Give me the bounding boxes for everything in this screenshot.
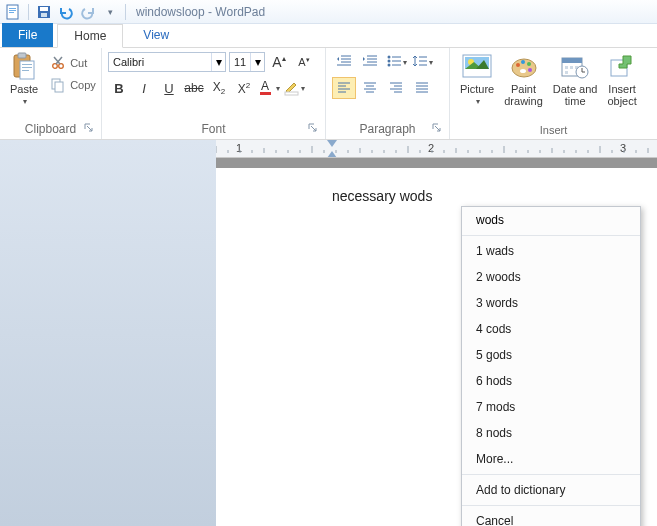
svg-point-34	[387, 63, 390, 66]
ribbon: Paste ▾ Cut Copy Clipboard Cal	[0, 48, 657, 140]
save-icon[interactable]	[35, 3, 53, 21]
clipboard-launcher-icon[interactable]	[83, 122, 95, 134]
ruler[interactable]: 1 2 3	[216, 140, 657, 158]
align-right-button[interactable]	[384, 77, 408, 99]
redo-icon[interactable]	[79, 3, 97, 21]
strikethrough-button[interactable]: abc	[183, 77, 205, 99]
svg-point-62	[528, 68, 532, 72]
superscript-button[interactable]: X2	[233, 77, 255, 99]
ctx-add-to-dictionary[interactable]: Add to dictionary	[462, 477, 640, 503]
decrease-indent-button[interactable]	[332, 51, 356, 73]
justify-button[interactable]	[410, 77, 434, 99]
workspace: 1 2 3 necessary wods wods 1 wads2 woods3…	[0, 140, 657, 526]
font-color-button[interactable]: A▾	[258, 77, 280, 99]
paste-button[interactable]: Paste ▾	[6, 51, 42, 108]
picture-label: Picture	[460, 83, 494, 95]
line-spacing-icon	[412, 54, 428, 71]
svg-point-63	[520, 69, 526, 73]
palette-icon	[510, 53, 538, 81]
title-bar: ▾ windowsloop - WordPad	[0, 0, 657, 24]
clipboard-paste-icon	[10, 53, 38, 81]
align-right-icon	[389, 81, 403, 96]
ctx-separator	[462, 505, 640, 506]
group-clipboard: Paste ▾ Cut Copy Clipboard	[0, 48, 102, 139]
chevron-down-icon: ▾	[250, 53, 264, 71]
svg-rect-11	[22, 67, 32, 68]
italic-button[interactable]: I	[133, 77, 155, 99]
font-name-value: Calibri	[109, 56, 148, 68]
insert-picture-button[interactable]: Picture ▾	[456, 51, 498, 108]
spellcheck-context-menu: wods 1 wads2 woods3 words4 cods5 gods6 h…	[461, 206, 641, 526]
paint-drawing-label: Paint drawing	[504, 83, 543, 107]
align-center-button[interactable]	[358, 77, 382, 99]
qat-customize-chevron-icon[interactable]: ▾	[101, 3, 119, 21]
increase-indent-button[interactable]	[358, 51, 382, 73]
tab-view-label: View	[143, 28, 169, 42]
ctx-suggestion[interactable]: 3 words	[462, 290, 640, 316]
line-spacing-button[interactable]: ▾	[410, 51, 434, 73]
subscript-button[interactable]: X2	[208, 77, 230, 99]
picture-chevron-icon: ▾	[476, 97, 480, 106]
document-text[interactable]: necessary wods	[332, 188, 432, 204]
font-color-icon: A	[259, 79, 275, 98]
svg-rect-21	[285, 92, 298, 95]
group-paragraph-label: Paragraph	[332, 120, 443, 139]
align-left-icon	[337, 81, 351, 96]
bold-button[interactable]: B	[108, 77, 130, 99]
indent-icon	[362, 54, 378, 71]
calendar-clock-icon	[561, 53, 589, 81]
align-left-button[interactable]	[332, 77, 356, 99]
highlight-button[interactable]: ▾	[283, 77, 305, 99]
svg-text:A: A	[261, 79, 269, 93]
cut-label: Cut	[70, 57, 87, 69]
insert-date-time-button[interactable]: Date and time	[549, 51, 602, 109]
justify-icon	[415, 81, 429, 96]
bullets-button[interactable]: ▾	[384, 51, 408, 73]
svg-rect-6	[41, 13, 47, 17]
undo-icon[interactable]	[57, 3, 75, 21]
ctx-suggestion[interactable]: 5 gods	[462, 342, 640, 368]
ctx-separator	[462, 235, 640, 236]
window-title: windowsloop - WordPad	[136, 5, 265, 19]
insert-object-icon	[608, 53, 636, 81]
insert-object-label: Insert object	[607, 83, 636, 107]
font-launcher-icon[interactable]	[307, 122, 319, 134]
superscript-icon: X2	[238, 81, 250, 96]
ctx-suggestion[interactable]: 8 nods	[462, 420, 640, 446]
ctx-suggestion[interactable]: 6 hods	[462, 368, 640, 394]
app-icon[interactable]	[4, 3, 22, 21]
paragraph-launcher-icon[interactable]	[431, 122, 443, 134]
highlight-icon	[284, 79, 300, 98]
group-font: Calibri ▾ 11 ▾ A▴ A▾ B I U abc	[102, 48, 326, 139]
shrink-font-icon: A▾	[298, 56, 309, 68]
chevron-down-icon: ▾	[211, 53, 225, 71]
ctx-suggestion[interactable]: 1 wads	[462, 238, 640, 264]
font-size-combo[interactable]: 11 ▾	[229, 52, 265, 72]
tab-file[interactable]: File	[2, 23, 53, 47]
grow-font-button[interactable]: A▴	[268, 51, 290, 73]
font-name-combo[interactable]: Calibri ▾	[108, 52, 226, 72]
ctx-suggestion[interactable]: 4 cods	[462, 316, 640, 342]
group-paragraph: ▾ ▾ Paragraph	[326, 48, 450, 139]
tab-view[interactable]: View	[127, 23, 185, 47]
svg-point-59	[516, 63, 520, 67]
shrink-font-button[interactable]: A▾	[293, 51, 315, 73]
ctx-suggestion[interactable]: 7 mods	[462, 394, 640, 420]
underline-button[interactable]: U	[158, 77, 180, 99]
svg-point-30	[387, 55, 390, 58]
picture-icon	[463, 53, 491, 81]
subscript-icon: X2	[213, 80, 225, 96]
svg-rect-18	[55, 82, 63, 92]
tab-home[interactable]: Home	[57, 24, 123, 48]
insert-paint-drawing-button[interactable]: Paint drawing	[500, 51, 547, 109]
ctx-suggestion[interactable]: 2 woods	[462, 264, 640, 290]
ctx-cancel[interactable]: Cancel	[462, 508, 640, 526]
strikethrough-icon: abc	[184, 81, 203, 95]
insert-object-button[interactable]: Insert object	[603, 51, 640, 109]
outdent-icon	[336, 54, 352, 71]
svg-rect-68	[565, 66, 568, 69]
svg-point-61	[527, 62, 531, 66]
tab-file-label: File	[18, 28, 37, 42]
ctx-misspelled-word: wods	[462, 207, 640, 233]
ctx-more[interactable]: More...	[462, 446, 640, 472]
